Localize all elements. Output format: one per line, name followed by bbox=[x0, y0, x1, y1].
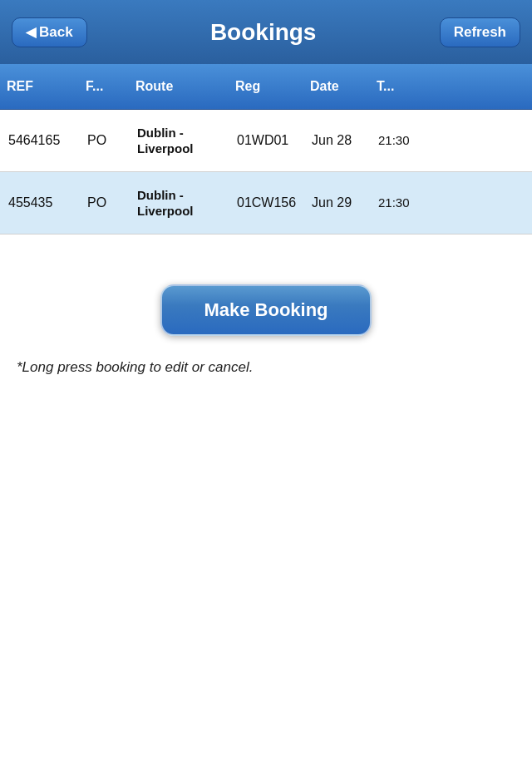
cell-reg: 01CW156 bbox=[235, 189, 310, 217]
water-ripple bbox=[0, 644, 532, 645]
col-header-fleet: F... bbox=[86, 79, 135, 94]
make-booking-button[interactable]: Make Booking bbox=[160, 284, 371, 336]
col-header-reg: Reg bbox=[235, 79, 310, 94]
refresh-button[interactable]: Refresh bbox=[440, 17, 520, 47]
cell-ref: 455435 bbox=[7, 189, 86, 217]
cell-time: 21:30 bbox=[377, 126, 426, 155]
col-header-date: Date bbox=[310, 79, 377, 94]
header: ◀ Back Bookings Refresh bbox=[0, 0, 532, 64]
cell-route: Dublin - Liverpool bbox=[135, 118, 235, 164]
back-label: Back bbox=[39, 24, 73, 41]
cell-route: Dublin - Liverpool bbox=[135, 180, 235, 226]
col-header-route: Route bbox=[135, 79, 235, 94]
table-row[interactable]: 455435 PO Dublin - Liverpool 01CW156 Jun… bbox=[0, 172, 532, 234]
water-ripple bbox=[0, 620, 532, 621]
bottom-area: Make Booking *Long press booking to edit… bbox=[0, 234, 532, 717]
table-row[interactable]: 5464165 PO Dublin - Liverpool 01WD01 Jun… bbox=[0, 110, 532, 172]
hint-text: *Long press booking to edit or cancel. bbox=[17, 359, 515, 376]
water-ripple bbox=[0, 524, 532, 525]
water-ripple bbox=[0, 669, 532, 669]
col-header-ref: REF bbox=[7, 79, 86, 94]
water-ripple bbox=[0, 500, 532, 501]
cell-date: Jun 29 bbox=[310, 189, 377, 217]
water-ripple bbox=[0, 596, 532, 597]
bookings-table: REF F... Route Reg Date T... 5464165 PO … bbox=[0, 64, 532, 234]
back-arrow-icon: ◀ bbox=[26, 24, 36, 40]
water-ripple bbox=[0, 548, 532, 549]
cell-fleet: PO bbox=[86, 126, 135, 155]
back-button[interactable]: ◀ Back bbox=[12, 17, 87, 47]
make-booking-container: Make Booking bbox=[0, 284, 532, 336]
cell-reg: 01WD01 bbox=[235, 126, 310, 155]
cell-time: 21:30 bbox=[377, 189, 426, 217]
cell-ref: 5464165 bbox=[7, 126, 86, 155]
cell-fleet: PO bbox=[86, 189, 135, 217]
col-header-time: T... bbox=[377, 79, 426, 94]
cell-date: Jun 28 bbox=[310, 126, 377, 155]
page-title: Bookings bbox=[87, 19, 440, 46]
table-header-row: REF F... Route Reg Date T... bbox=[0, 64, 532, 110]
water-ripple bbox=[0, 572, 532, 573]
